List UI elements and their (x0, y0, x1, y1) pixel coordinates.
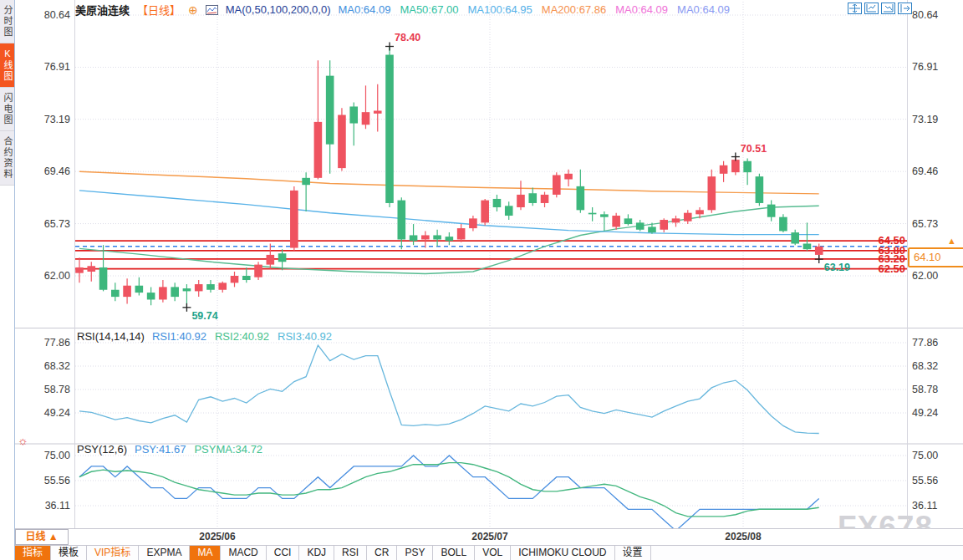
axis-tick-label: 65.73 (912, 218, 938, 230)
candle-body (421, 235, 430, 239)
candle-body (636, 222, 645, 229)
candle-body (815, 247, 823, 255)
indicator-settings-icon[interactable]: ☼ (18, 434, 28, 447)
period-tag[interactable]: 【日线】 (137, 2, 181, 18)
ma-settings-label[interactable]: MA(0,50,100,200,0,0) (226, 3, 331, 16)
toolbar-tab-模板[interactable]: 模板 (51, 546, 87, 560)
indicator-toolbar: 指标模板VIP指标EXPMAMAMACDCCIKDJRSICRPSYBOLLVO… (15, 545, 963, 560)
jump-latest-icon[interactable] (898, 3, 912, 14)
axis-zoom-icon[interactable] (864, 3, 879, 14)
toolbar-tab-CR[interactable]: CR (367, 546, 397, 560)
x-axis-label: 2025/07 (471, 531, 507, 542)
ma-value: MA0:64.09 (615, 3, 668, 16)
candle-body (660, 220, 668, 230)
candle-body (505, 206, 513, 216)
sidebar-tab-1[interactable]: 分时图 (0, 0, 14, 43)
toolbar-tab-指标[interactable]: 指标 (15, 546, 51, 560)
candle-body (588, 213, 597, 215)
candle-body (779, 217, 787, 232)
axis-tick-label: 77.86 (44, 337, 70, 349)
rsi-title[interactable]: RSI(14,14,14) (77, 330, 145, 343)
toolbar-tab-EXPMA[interactable]: EXPMA (139, 546, 190, 560)
axis-tick-label: 68.32 (912, 360, 938, 372)
candle-body (374, 110, 382, 113)
candle-body (648, 227, 656, 232)
toolbar-tab-MA[interactable]: MA (190, 546, 221, 560)
swing-price-label: 59.74 (191, 310, 217, 322)
main-chart-header: 美原油连续 【日线】 ⊕ MA(0,50,100,200,0,0) MA0:64… (75, 2, 731, 18)
toolbar-tab-KDJ[interactable]: KDJ (299, 546, 334, 560)
candle-body (577, 186, 585, 210)
time-axis-strip: 日线 ▲ 2025/062025/072025/08 (15, 529, 963, 545)
candle-body (767, 205, 776, 217)
candle-body (493, 199, 502, 207)
candle-body (528, 193, 537, 203)
candle-body (612, 216, 620, 227)
candle-body (314, 122, 323, 178)
chart-type-icon[interactable] (206, 5, 218, 15)
candle-body (517, 195, 525, 207)
sidebar-tab-3[interactable]: 闪电图 (0, 88, 14, 131)
axis-tick-label: 75.00 (912, 450, 938, 461)
candle-body (743, 161, 752, 172)
rsi-panel-header: RSI(14,14,14) RSI1:40.92RSI2:40.92RSI3:4… (77, 330, 332, 343)
axis-tick-label: 58.78 (912, 384, 938, 395)
chart-canvas[interactable]: 80.6480.6476.9176.9173.1973.1969.4669.46… (0, 0, 963, 560)
candle-body (385, 55, 394, 203)
candle-body (684, 213, 692, 221)
indicator-value: RSI1:40.92 (152, 330, 206, 343)
toolbar-tab-CCI[interactable]: CCI (267, 546, 300, 560)
axis-tick-label: 55.56 (912, 475, 938, 486)
toolbar-tab-RSI[interactable]: RSI (334, 546, 367, 560)
axis-tick-label: 68.32 (44, 360, 70, 372)
ma-value: MA0:64.09 (339, 3, 391, 16)
crosshair-icon[interactable] (848, 3, 862, 14)
toolbar-tab-设置[interactable]: 设置 (615, 546, 651, 560)
candle-body (397, 201, 405, 240)
swing-price-label: 70.51 (741, 143, 767, 155)
candle-body (242, 276, 251, 280)
axis-tick-label: 76.91 (44, 61, 70, 73)
candle-body (600, 214, 609, 216)
toolbar-tab-PSY[interactable]: PSY (397, 546, 433, 560)
axis-tick-label: 73.19 (912, 114, 938, 125)
toolbar-tab-MACD[interactable]: MACD (221, 546, 266, 560)
left-tab-bar: 分时图K线图闪电图合约资料 (0, 0, 15, 560)
candle-body (231, 276, 239, 283)
candle-body (111, 290, 120, 297)
axis-tick-label: 75.00 (44, 450, 70, 461)
toolbar-tab-BOLL[interactable]: BOLL (433, 546, 475, 560)
swing-price-label: 63.19 (824, 262, 850, 273)
toolbar-tab-VIP指标[interactable]: VIP指标 (87, 546, 139, 560)
add-indicator-icon[interactable]: ⊕ (188, 5, 198, 15)
candle-body (564, 174, 573, 180)
candle-body (206, 284, 215, 290)
scroll-to-latest-icon[interactable]: ▲ (947, 236, 956, 246)
ma-value: MA100:64.95 (468, 3, 532, 16)
candle-body (278, 253, 287, 262)
symbol-title: 美原油连续 (75, 2, 130, 18)
candle-body (159, 287, 167, 299)
axis-tick-label: 65.73 (44, 218, 70, 230)
swing-price-label: 78.40 (395, 32, 420, 43)
candle-body (362, 112, 370, 125)
candle-body (708, 176, 716, 210)
axis-tick-label: 36.11 (45, 500, 70, 512)
indicator-value: RSI3:40.92 (278, 330, 332, 343)
candle-body (410, 235, 418, 241)
candle-body (326, 76, 334, 145)
interval-dropdown-button[interactable]: 日线 ▲ (15, 529, 69, 545)
axis-zoom-left-icon[interactable] (881, 3, 895, 14)
sidebar-tab-4[interactable]: 合约资料 (0, 131, 14, 186)
indicator-value: PSYMA:34.72 (194, 443, 262, 456)
candle-body (469, 218, 477, 228)
candle-body (457, 228, 466, 239)
toolbar-tab-ICHIMOKU CLOUD[interactable]: ICHIMOKU CLOUD (511, 546, 614, 560)
sidebar-tab-2[interactable]: K线图 (0, 43, 14, 88)
toolbar-tab-VOL[interactable]: VOL (475, 546, 511, 560)
axis-tick-label: 49.24 (44, 407, 70, 419)
axis-tick-label: 62.00 (44, 270, 70, 282)
psy-title[interactable]: PSY(12,6) (77, 443, 127, 456)
x-axis-label: 2025/08 (725, 531, 761, 542)
candle-body (171, 287, 179, 297)
